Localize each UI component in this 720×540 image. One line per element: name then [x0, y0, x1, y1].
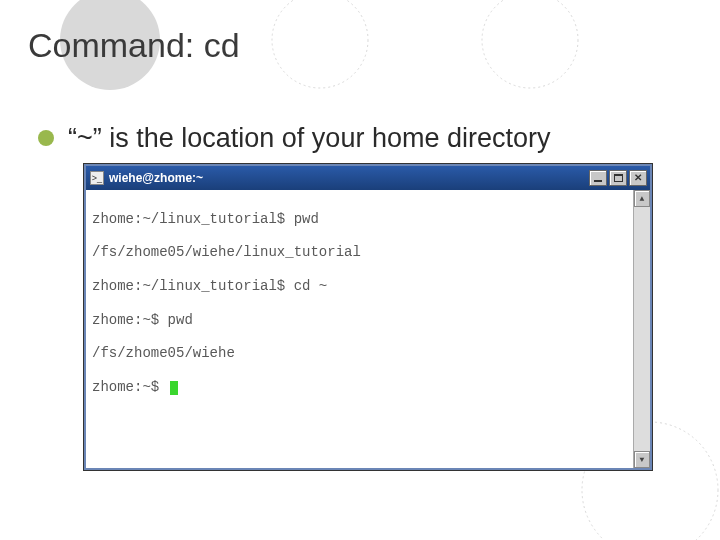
- scroll-down-button[interactable]: ▼: [634, 451, 650, 468]
- terminal-line: zhome:~$ pwd: [92, 312, 644, 329]
- slide-title: Command: cd: [28, 26, 692, 65]
- terminal-line: /fs/zhome05/wiehe: [92, 345, 644, 362]
- maximize-button[interactable]: [609, 170, 627, 186]
- cursor-icon: [170, 381, 178, 395]
- close-button[interactable]: ✕: [629, 170, 647, 186]
- terminal-line: zhome:~$: [92, 379, 644, 396]
- terminal-output[interactable]: zhome:~/linux_tutorial$ pwd /fs/zhome05/…: [86, 190, 650, 468]
- terminal-icon: >_: [90, 171, 104, 185]
- bullet-icon: [38, 130, 54, 146]
- terminal-line: zhome:~/linux_tutorial$ cd ~: [92, 278, 644, 295]
- bullet-item: “~” is the location of your home directo…: [28, 123, 692, 154]
- scroll-up-button[interactable]: ▲: [634, 190, 650, 207]
- window-titlebar: >_ wiehe@zhome:~ ✕: [86, 166, 650, 190]
- minimize-button[interactable]: [589, 170, 607, 186]
- terminal-line: zhome:~/linux_tutorial$ pwd: [92, 211, 644, 228]
- terminal-line: /fs/zhome05/wiehe/linux_tutorial: [92, 244, 644, 261]
- bullet-text: “~” is the location of your home directo…: [68, 123, 550, 154]
- window-controls: ✕: [589, 170, 647, 186]
- window-title: wiehe@zhome:~: [109, 171, 203, 185]
- scrollbar[interactable]: ▲ ▼: [633, 190, 650, 468]
- terminal-window: >_ wiehe@zhome:~ ✕ zhome:~/linux_tutoria…: [84, 164, 652, 470]
